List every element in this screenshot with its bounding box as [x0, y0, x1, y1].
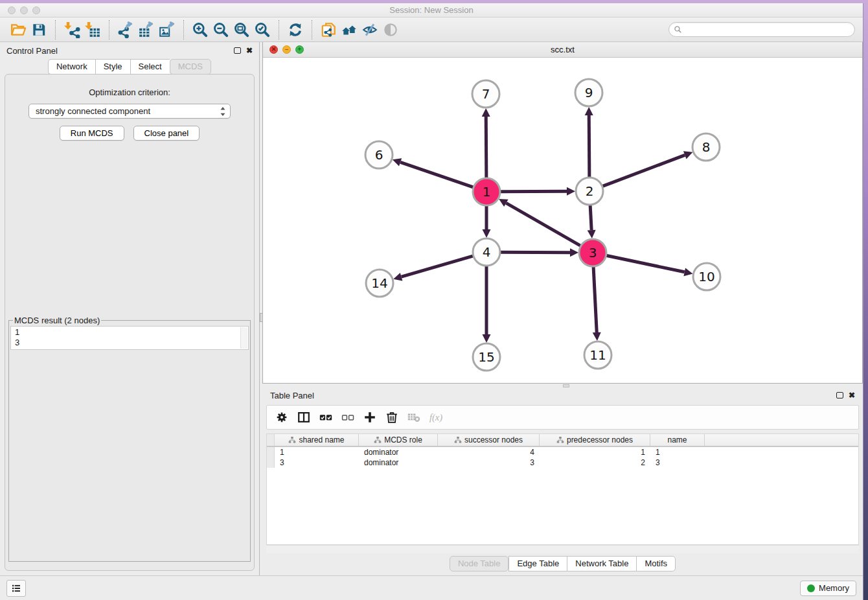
tab-style[interactable]: Style: [95, 59, 130, 75]
export-network-icon[interactable]: [115, 20, 136, 40]
column-header-shared-name[interactable]: shared name: [275, 434, 359, 446]
table-cell[interactable]: 3: [650, 457, 705, 468]
import-network-icon[interactable]: [62, 20, 82, 40]
table-cell[interactable]: dominator: [359, 457, 438, 468]
show-all-icon[interactable]: [380, 20, 401, 40]
column-layout-icon[interactable]: [294, 408, 314, 426]
graph-edge-3-10[interactable]: [606, 255, 685, 271]
column-header-name[interactable]: name: [650, 434, 705, 446]
first-neighbors-icon[interactable]: [339, 20, 360, 40]
close-panel-icon[interactable]: ✖: [849, 391, 855, 399]
save-session-icon[interactable]: [29, 20, 49, 40]
graph-edge-arrow: [393, 273, 402, 281]
table-cell[interactable]: 2: [540, 457, 650, 468]
tab-network[interactable]: Network: [48, 59, 95, 75]
task-history-button[interactable]: [6, 580, 26, 597]
tab-node-table[interactable]: Node Table: [450, 556, 509, 571]
settings-gear-icon: [275, 410, 289, 424]
graph-edge-1-7[interactable]: [486, 117, 486, 178]
close-panel-button[interactable]: Close panel: [133, 126, 200, 141]
open-session-icon[interactable]: [8, 20, 29, 40]
apply-layout-icon[interactable]: [285, 20, 306, 40]
mcds-result-box: MCDS result (2 nodes) 13: [8, 316, 251, 562]
network-minimize-button[interactable]: –: [282, 45, 291, 54]
table-hscrollbar[interactable]: [266, 545, 859, 553]
graph-edge-1-2[interactable]: [500, 191, 567, 192]
hide-selected-icon[interactable]: [360, 20, 380, 40]
window-title: Session: New Session: [0, 5, 863, 15]
column-layout-icon: [297, 410, 311, 424]
tab-mcds[interactable]: MCDS: [170, 59, 211, 75]
horizontal-splitter[interactable]: [262, 384, 863, 387]
search-field[interactable]: [668, 22, 855, 37]
delete-table-icon[interactable]: [404, 408, 424, 426]
tab-motifs[interactable]: Motifs: [636, 556, 676, 571]
table-toolbar: f(x): [266, 405, 859, 430]
column-header-successor-nodes[interactable]: successor nodes: [438, 434, 540, 446]
column-header-MCDS-role[interactable]: MCDS role: [359, 434, 438, 446]
close-panel-icon[interactable]: ✖: [246, 47, 253, 54]
tab-select[interactable]: Select: [130, 59, 170, 75]
control-panel-header: Control Panel ✖: [0, 42, 259, 59]
duplicate-network-icon[interactable]: [318, 20, 339, 40]
column-header-predecessor-nodes[interactable]: predecessor nodes: [540, 434, 650, 446]
zoom-selected-icon[interactable]: [252, 20, 273, 40]
tab-edge-table[interactable]: Edge Table: [508, 556, 567, 571]
splitter-grip[interactable]: [563, 384, 569, 387]
float-panel-icon[interactable]: [836, 392, 843, 398]
zoom-in-icon: [192, 21, 209, 38]
run-mcds-button[interactable]: Run MCDS: [60, 126, 124, 141]
optimization-criterion-select[interactable]: strongly connected component: [29, 104, 231, 119]
function-builder-icon[interactable]: f(x): [426, 408, 446, 426]
graph-edge-3-1[interactable]: [506, 203, 580, 246]
table-cell[interactable]: 1: [540, 447, 650, 457]
add-entry-icon[interactable]: [360, 408, 380, 426]
zoom-fit-icon[interactable]: [231, 20, 252, 40]
table-cell[interactable]: 1: [275, 447, 359, 457]
select-all-icon[interactable]: [316, 408, 336, 426]
network-window-title: scc.txt: [263, 45, 862, 54]
vertical-splitter[interactable]: [259, 42, 262, 575]
network-maximize-button[interactable]: +: [295, 45, 304, 54]
zoom-selected-icon: [254, 21, 271, 38]
table-cell[interactable]: 4: [438, 447, 540, 457]
optimization-criterion-label: Optimization criterion:: [5, 87, 254, 97]
memory-button[interactable]: Memory: [800, 581, 856, 596]
zoom-in-icon[interactable]: [190, 20, 211, 40]
table-row[interactable]: 1dominator411: [267, 447, 858, 457]
zoom-out-icon[interactable]: [211, 20, 231, 40]
export-network-icon: [117, 21, 134, 38]
row-header-gutter: [267, 434, 275, 446]
search-input[interactable]: [685, 25, 850, 34]
graph-edge-4-14[interactable]: [402, 256, 474, 277]
graph-node-label: 9: [585, 85, 593, 100]
graph-edge-2-8[interactable]: [602, 155, 685, 186]
table-cell[interactable]: dominator: [359, 447, 438, 457]
graph-edge-3-11[interactable]: [593, 266, 597, 332]
export-table-icon[interactable]: [136, 20, 157, 40]
graph-edge-4-3[interactable]: [500, 252, 570, 253]
tab-network-table[interactable]: Network Table: [567, 556, 636, 571]
table-row[interactable]: 3dominator323: [267, 457, 858, 468]
result-scrollbar[interactable]: [240, 327, 247, 349]
network-canvas[interactable]: 7968124314101511: [263, 58, 862, 383]
mcds-result-text[interactable]: 13: [10, 326, 249, 350]
svg-text:f(x): f(x): [429, 412, 442, 423]
tree-attr-icon: [374, 436, 382, 444]
deselect-all-icon[interactable]: [338, 408, 358, 426]
import-table-icon[interactable]: [82, 20, 103, 40]
graph-node-label: 14: [371, 275, 387, 291]
graph-edge-arrow: [570, 248, 578, 257]
float-panel-icon[interactable]: [234, 47, 241, 54]
graph-edge-2-9[interactable]: [589, 115, 589, 178]
export-image-icon[interactable]: [157, 20, 177, 40]
graph-edge-1-6[interactable]: [400, 162, 474, 187]
graph-edge-2-3[interactable]: [590, 205, 591, 230]
graph-edge-arrow: [683, 268, 692, 276]
table-cell[interactable]: 3: [275, 457, 359, 468]
table-cell[interactable]: 1: [650, 447, 705, 457]
table-cell[interactable]: 3: [438, 457, 540, 468]
delete-entry-icon[interactable]: [382, 408, 402, 426]
settings-gear-icon[interactable]: [272, 408, 291, 426]
network-close-button[interactable]: ✕: [269, 45, 278, 54]
